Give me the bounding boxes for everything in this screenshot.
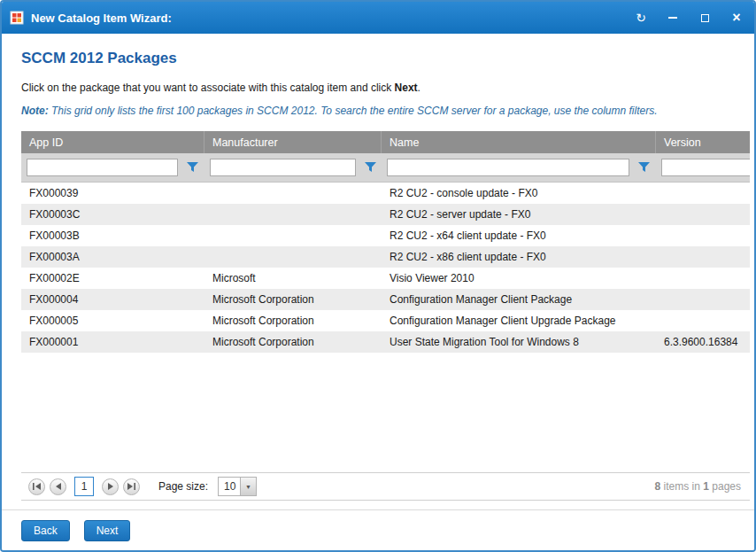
pager-current-page[interactable]: 1	[74, 477, 94, 496]
cell-version: 6.3.9600.16384	[656, 336, 750, 348]
grid-filter-row	[21, 153, 750, 183]
wizard-window: New Catalog Item Wizard: ↻ × SCCM 2012 P…	[0, 0, 756, 552]
cell-app_id: FX000039	[21, 187, 204, 199]
filter-appid-funnel-icon[interactable]	[181, 157, 203, 178]
table-row[interactable]: FX000004Microsoft CorporationConfigurati…	[21, 289, 750, 310]
close-icon[interactable]: ×	[729, 11, 744, 25]
pager: 1 Page size: 10 ▼ 8 items in 1 pages	[21, 472, 750, 501]
next-button[interactable]: Next	[84, 520, 131, 541]
cell-name: R2 CU2 - x86 client update - FX0	[382, 251, 656, 263]
cell-app_id: FX00003A	[21, 251, 204, 263]
cell-name: Configuration Manager Client Package	[382, 293, 656, 306]
page-size-value: 10	[219, 480, 240, 493]
instruction-suffix: .	[418, 82, 420, 94]
filter-appid-input[interactable]	[27, 159, 178, 176]
table-row[interactable]: FX000005Microsoft CorporationConfigurati…	[21, 310, 750, 331]
cell-name: Configuration Manager Client Upgrade Pac…	[382, 315, 656, 327]
filter-cell-version	[656, 157, 750, 178]
cell-name: User State Migration Tool for Windows 8	[382, 336, 656, 348]
pager-prev-button[interactable]	[50, 478, 66, 495]
note-text: Note: This grid only lists the first 100…	[21, 105, 750, 117]
filter-name-input[interactable]	[387, 159, 629, 176]
cell-manufacturer: Microsoft	[204, 272, 382, 284]
cell-app_id: FX00003B	[21, 229, 204, 242]
page-size-dropdown[interactable]: 10 ▼	[218, 477, 257, 496]
maximize-icon[interactable]	[698, 11, 712, 25]
table-row[interactable]: FX00003CR2 CU2 - server update - FX0	[21, 204, 750, 225]
refresh-icon[interactable]: ↻	[634, 11, 648, 25]
page-title: SCCM 2012 Packages	[21, 50, 750, 67]
pager-pages-text: pages	[709, 480, 741, 493]
filter-name-funnel-icon[interactable]	[633, 157, 654, 178]
grid-header-row: App ID Manufacturer Name Version	[21, 131, 750, 153]
table-row[interactable]: FX00002EMicrosoftVisio Viewer 2010	[21, 268, 750, 289]
pager-items-text: items in	[660, 480, 703, 493]
cell-name: R2 CU2 - x64 client update - FX0	[382, 229, 656, 242]
cell-name: R2 CU2 - server update - FX0	[382, 208, 656, 221]
table-row[interactable]: FX00003AR2 CU2 - x86 client update - FX0	[21, 246, 750, 268]
grid-rows: FX000039R2 CU2 - console update - FX0FX0…	[21, 183, 750, 472]
cell-manufacturer: Microsoft Corporation	[204, 293, 382, 306]
filter-cell-manufacturer	[204, 157, 382, 178]
table-row[interactable]: FX000039R2 CU2 - console update - FX0	[21, 183, 750, 204]
note-label: Note:	[21, 105, 49, 117]
cell-app_id: FX000001	[21, 336, 204, 348]
pager-next-button[interactable]	[102, 478, 119, 495]
cell-manufacturer: Microsoft Corporation	[204, 315, 382, 327]
grid-header-appid[interactable]: App ID	[21, 131, 204, 153]
instruction-emphasis: Next	[395, 82, 418, 94]
filter-version-input[interactable]	[661, 159, 750, 176]
chevron-down-icon[interactable]: ▼	[240, 478, 256, 495]
pager-last-button[interactable]	[123, 478, 140, 495]
pager-summary: 8 items in 1 pages	[655, 480, 741, 493]
filter-manufacturer-funnel-icon[interactable]	[359, 157, 381, 178]
instruction-text: Click on the package that you want to as…	[21, 82, 750, 94]
wizard-content: SCCM 2012 Packages Click on the package …	[2, 34, 754, 509]
pager-first-button[interactable]	[28, 478, 45, 495]
cell-manufacturer: Microsoft Corporation	[204, 336, 382, 348]
minimize-icon[interactable]	[666, 11, 680, 25]
cell-app_id: FX000005	[21, 315, 204, 327]
cell-app_id: FX000004	[21, 293, 204, 306]
pager-pages-count: 1	[703, 480, 709, 493]
cell-name: Visio Viewer 2010	[382, 272, 656, 284]
window-controls: ↻ ×	[634, 11, 744, 25]
table-row[interactable]: FX000001Microsoft CorporationUser State …	[21, 331, 750, 353]
wizard-footer: Back Next	[2, 509, 754, 550]
page-size-label: Page size:	[158, 480, 208, 493]
note-body: This grid only lists the first 100 packa…	[49, 105, 658, 117]
packages-grid: App ID Manufacturer Name Version	[21, 131, 750, 501]
instruction-prefix: Click on the package that you want to as…	[21, 82, 395, 94]
filter-cell-name	[382, 157, 656, 178]
filter-cell-appid	[21, 157, 204, 178]
grid-header-version[interactable]: Version	[656, 131, 750, 153]
cell-app_id: FX00003C	[21, 208, 204, 221]
table-row[interactable]: FX00003BR2 CU2 - x64 client update - FX0	[21, 225, 750, 246]
back-button[interactable]: Back	[21, 520, 70, 541]
app-icon	[10, 11, 24, 25]
window-title: New Catalog Item Wizard:	[31, 12, 172, 25]
grid-header-manufacturer[interactable]: Manufacturer	[204, 131, 382, 153]
cell-name: R2 CU2 - console update - FX0	[382, 187, 656, 199]
titlebar: New Catalog Item Wizard: ↻ ×	[2, 2, 754, 34]
filter-manufacturer-input[interactable]	[210, 159, 356, 176]
cell-app_id: FX00002E	[21, 272, 204, 284]
grid-header-name[interactable]: Name	[382, 131, 656, 153]
